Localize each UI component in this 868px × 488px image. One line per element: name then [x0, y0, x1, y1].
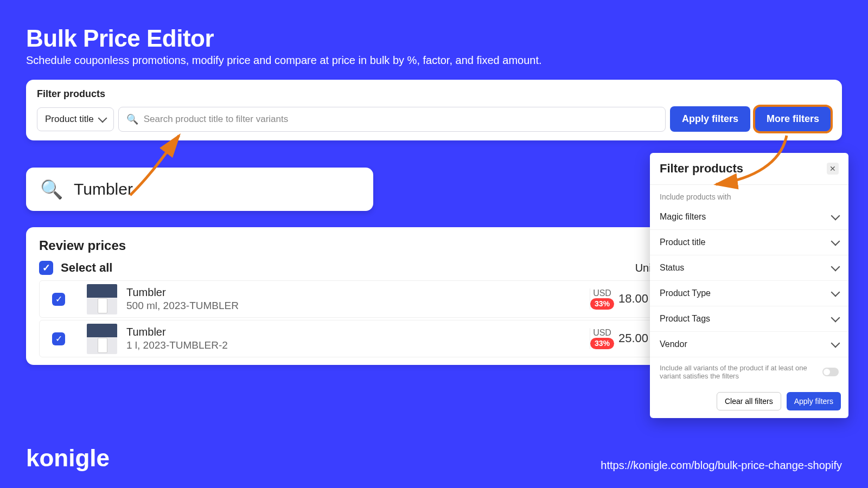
footer-url: https://konigle.com/blog/bulk-price-chan…	[601, 459, 842, 472]
product-thumbnail	[87, 324, 117, 354]
filter-panel-item[interactable]: Vendor	[650, 332, 848, 357]
product-name: Tumbler	[126, 326, 590, 338]
discount-badge: 33%	[590, 338, 614, 349]
search-icon: 🔍	[126, 113, 138, 125]
filter-card: Filter products Product title 🔍 Search p…	[26, 80, 842, 140]
clear-filters-button[interactable]: Clear all filters	[717, 392, 781, 410]
chevron-down-icon	[831, 339, 840, 348]
filter-panel-item-label: Product Tags	[660, 314, 710, 324]
select-all-checkbox[interactable]: ✓	[39, 261, 53, 275]
currency-label: USD	[593, 328, 611, 338]
filter-panel: Filter products ✕ Include products with …	[650, 153, 848, 418]
filter-panel-note: Include all variants of the product if a…	[660, 364, 817, 380]
more-filters-button[interactable]: More filters	[755, 106, 831, 132]
filter-type-label: Product title	[45, 114, 94, 125]
callout-search-value: Tumbler	[74, 180, 133, 198]
close-icon[interactable]: ✕	[827, 163, 839, 175]
filter-panel-item[interactable]: Product title	[650, 230, 848, 255]
product-variant: 1 l, 2023-TUMBLER-2	[126, 339, 590, 351]
product-name: Tumbler	[126, 286, 590, 299]
filter-panel-item[interactable]: Status	[650, 255, 848, 281]
filter-panel-subtitle: Include products with	[650, 185, 848, 204]
chevron-down-icon	[831, 211, 840, 221]
page-subtitle: Schedule couponless promotions, modify p…	[0, 54, 868, 80]
search-icon: 🔍	[40, 178, 63, 200]
discount-badge: 33%	[590, 298, 614, 310]
chevron-down-icon	[831, 288, 840, 297]
unit-price-value: 18.00	[618, 292, 648, 306]
chevron-down-icon	[831, 262, 840, 272]
panel-apply-filters-button[interactable]: Apply filters	[787, 392, 841, 410]
chevron-down-icon	[831, 237, 840, 246]
product-variant: 500 ml, 2023-TUMBLER	[126, 300, 590, 312]
filter-search-placeholder: Search product title to filter variants	[144, 114, 288, 125]
filter-panel-item-label: Vendor	[660, 339, 687, 349]
filter-panel-item-label: Product Type	[660, 288, 711, 298]
page-title: Bulk Price Editor	[0, 0, 868, 54]
filter-panel-item[interactable]: Product Type	[650, 281, 848, 306]
filter-panel-title: Filter products	[660, 162, 743, 176]
unit-price-value: 25.00	[618, 331, 648, 345]
row-checkbox[interactable]: ✓	[52, 293, 65, 306]
chevron-down-icon	[831, 313, 840, 323]
chevron-down-icon	[98, 113, 107, 123]
filter-panel-item-label: Product title	[660, 237, 705, 247]
filter-type-select[interactable]: Product title	[37, 107, 114, 131]
row-checkbox[interactable]: ✓	[52, 332, 65, 345]
filter-panel-item[interactable]: Magic filters	[650, 204, 848, 230]
filter-panel-item-label: Magic filters	[660, 212, 706, 222]
include-variants-toggle[interactable]	[822, 368, 839, 376]
filter-search-input[interactable]: 🔍 Search product title to filter variant…	[118, 107, 666, 132]
currency-label: USD	[593, 288, 611, 298]
brand-logo: konigle	[26, 445, 110, 472]
filter-card-title: Filter products	[37, 88, 831, 100]
callout-search-box[interactable]: 🔍 Tumbler	[26, 168, 373, 211]
product-thumbnail	[87, 284, 117, 314]
filter-panel-item-label: Status	[660, 263, 684, 273]
filter-panel-item[interactable]: Product Tags	[650, 306, 848, 332]
apply-filters-button[interactable]: Apply filters	[670, 106, 750, 132]
select-all-label: Select all	[61, 261, 112, 275]
